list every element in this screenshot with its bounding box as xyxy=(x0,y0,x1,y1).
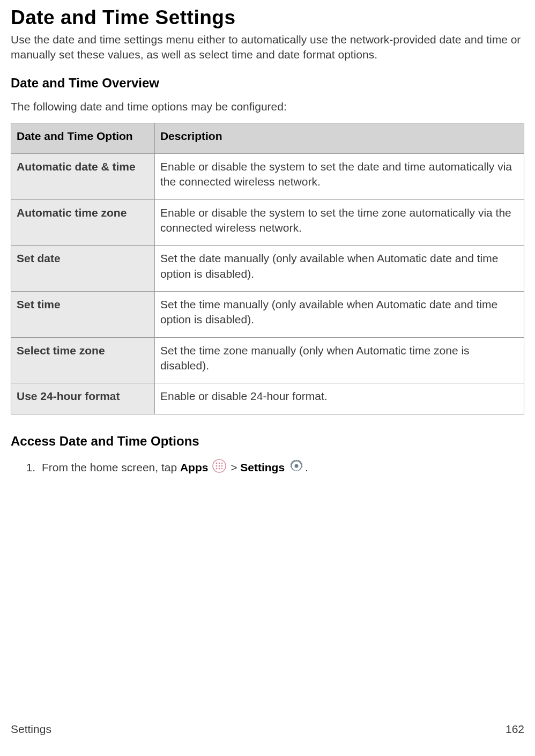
apps-icon xyxy=(212,459,226,478)
overview-lead: The following date and time options may … xyxy=(11,100,524,113)
option-description: Set the time manually (only available wh… xyxy=(154,292,524,338)
option-name: Use 24-hour format xyxy=(11,383,155,414)
table-row: Set time Set the time manually (only ava… xyxy=(11,292,524,338)
options-table: Date and Time Option Description Automat… xyxy=(11,123,524,414)
option-name: Set date xyxy=(11,246,155,292)
svg-point-7 xyxy=(216,468,218,469)
option-name: Automatic time zone xyxy=(11,199,155,246)
option-description: Set the date manually (only available wh… xyxy=(154,246,524,292)
table-row: Automatic time zone Enable or disable th… xyxy=(11,199,524,246)
svg-point-4 xyxy=(216,465,218,466)
svg-point-3 xyxy=(221,462,223,464)
option-description: Enable or disable the system to set the … xyxy=(154,154,524,200)
svg-point-5 xyxy=(219,465,220,466)
table-row: Use 24-hour format Enable or disable 24-… xyxy=(11,383,524,414)
option-description: Set the time zone manually (only when Au… xyxy=(154,337,524,383)
step-suffix: . xyxy=(305,461,308,473)
svg-point-9 xyxy=(221,468,223,469)
overview-heading: Date and Time Overview xyxy=(11,76,524,91)
svg-point-11 xyxy=(294,464,298,468)
option-description: Enable or disable 24-hour format. xyxy=(154,383,524,414)
step-prefix: From the home screen, tap xyxy=(42,461,180,473)
option-name: Set time xyxy=(11,292,155,338)
apps-label: Apps xyxy=(180,461,209,473)
step-item: From the home screen, tap Apps > Setting… xyxy=(39,458,524,478)
table-row: Set date Set the date manually (only ava… xyxy=(11,246,524,292)
svg-point-8 xyxy=(219,468,220,469)
footer-page-number: 162 xyxy=(506,723,524,736)
intro-text: Use the date and time settings menu eith… xyxy=(11,32,524,63)
option-description: Enable or disable the system to set the … xyxy=(154,199,524,246)
table-row: Select time zone Set the time zone manua… xyxy=(11,337,524,383)
table-header-description: Description xyxy=(154,123,524,153)
svg-point-2 xyxy=(219,462,220,464)
settings-label: Settings xyxy=(240,461,285,473)
svg-point-6 xyxy=(221,465,223,466)
svg-point-1 xyxy=(216,462,218,464)
steps-list: From the home screen, tap Apps > Setting… xyxy=(11,458,524,478)
page-title: Date and Time Settings xyxy=(11,6,524,29)
table-row: Automatic date & time Enable or disable … xyxy=(11,154,524,200)
settings-icon xyxy=(289,458,304,478)
option-name: Automatic date & time xyxy=(11,154,155,200)
footer-section: Settings xyxy=(11,723,51,736)
table-header-option: Date and Time Option xyxy=(11,123,155,153)
page-footer: Settings 162 xyxy=(11,723,524,736)
step-separator: > xyxy=(231,461,240,473)
option-name: Select time zone xyxy=(11,337,155,383)
access-heading: Access Date and Time Options xyxy=(11,434,524,449)
